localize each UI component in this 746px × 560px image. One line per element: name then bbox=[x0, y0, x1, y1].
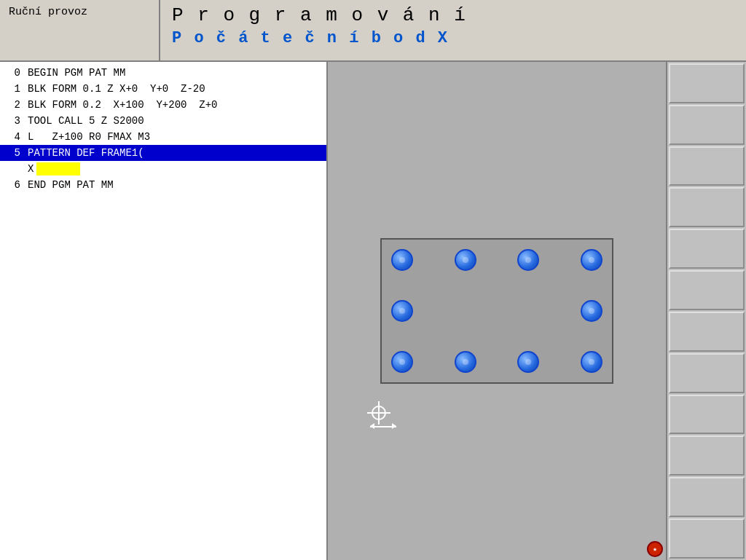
code-panel: 0 BEGIN PGM PAT MM 1 BLK FORM 0.1 Z X+0 … bbox=[0, 62, 328, 560]
pattern-dot bbox=[517, 249, 539, 271]
page-title: P r o g r a m o v á n í bbox=[172, 4, 734, 26]
code-line-1: 1 BLK FORM 0.1 Z X+0 Y+0 Z-20 bbox=[0, 81, 326, 97]
pattern-dot bbox=[391, 351, 413, 373]
pattern-dot bbox=[391, 249, 413, 271]
main-area: 0 BEGIN PGM PAT MM 1 BLK FORM 0.1 Z X+0 … bbox=[0, 62, 746, 560]
pattern-dot bbox=[517, 351, 539, 373]
input-label-x: X bbox=[28, 163, 34, 175]
code-line-3: 3 TOOL CALL 5 Z S2000 bbox=[0, 113, 326, 129]
arrow-line bbox=[370, 426, 396, 427]
graphics-panel: ★ bbox=[328, 62, 666, 560]
page-subtitle: P o č á t e č n í b o d X bbox=[172, 29, 734, 47]
sidebar-btn-11[interactable] bbox=[669, 477, 745, 517]
pattern-dot bbox=[581, 351, 602, 373]
input-row-x: X bbox=[0, 161, 326, 177]
sidebar-btn-8[interactable] bbox=[669, 353, 745, 393]
sidebar-btn-5[interactable] bbox=[669, 229, 745, 269]
pattern-dot bbox=[581, 300, 602, 322]
header: Ruční provoz P r o g r a m o v á n í P o… bbox=[0, 0, 746, 62]
sidebar-btn-6[interactable] bbox=[669, 270, 745, 310]
header-right: P r o g r a m o v á n í P o č á t e č n … bbox=[160, 0, 746, 60]
sidebar-btn-10[interactable] bbox=[669, 435, 745, 476]
sidebar-btn-2[interactable] bbox=[669, 105, 745, 145]
x-input[interactable] bbox=[36, 162, 80, 176]
mode-label: Ruční provoz bbox=[0, 0, 160, 60]
code-line-6: 6 END PGM PAT MM bbox=[0, 177, 326, 193]
sidebar-btn-9[interactable] bbox=[669, 395, 745, 435]
code-line-2: 2 BLK FORM 0.2 X+100 Y+200 Z+0 bbox=[0, 97, 326, 113]
pattern-dot bbox=[455, 249, 476, 271]
sidebar-btn-7[interactable] bbox=[669, 312, 745, 352]
pattern-dot bbox=[581, 249, 602, 271]
x-arrow bbox=[370, 426, 396, 427]
sidebar-btn-4[interactable] bbox=[669, 187, 745, 227]
sidebar-btn-12[interactable] bbox=[669, 518, 745, 559]
code-line-5: 5 PATTERN DEF FRAME1( bbox=[0, 145, 326, 161]
code-line-4: 4 L Z+100 R0 FMAX M3 bbox=[0, 129, 326, 145]
sidebar-btn-3[interactable] bbox=[669, 146, 745, 186]
pattern-visualization bbox=[380, 238, 613, 384]
mode-text: Ruční provoz bbox=[9, 6, 87, 18]
sidebar-btn-1[interactable] bbox=[669, 63, 745, 103]
origin-circle bbox=[372, 406, 386, 420]
pattern-dot bbox=[391, 300, 413, 322]
corner-icon: ★ bbox=[647, 541, 663, 557]
right-sidebar bbox=[666, 62, 746, 560]
code-line-0: 0 BEGIN PGM PAT MM bbox=[0, 65, 326, 81]
pattern-dot bbox=[455, 351, 476, 373]
dots-container bbox=[380, 238, 613, 384]
